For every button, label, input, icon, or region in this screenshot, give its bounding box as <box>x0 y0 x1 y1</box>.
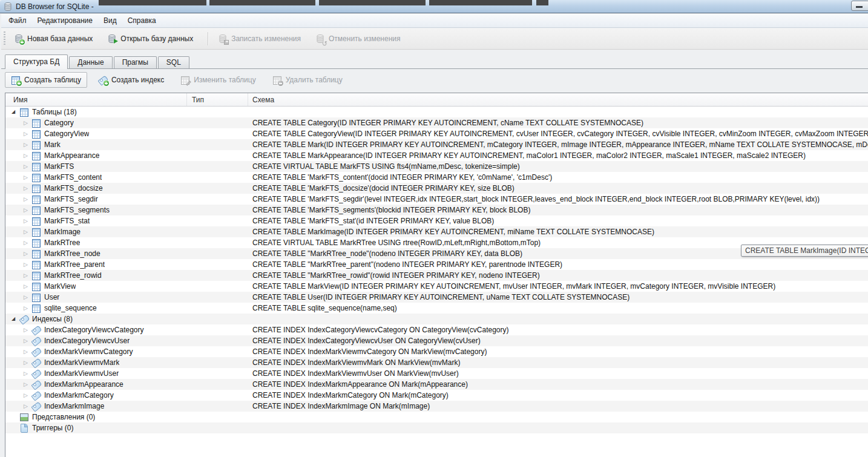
tree-row[interactable]: ▷MarkFTS_segmentsCREATE TABLE 'MarkFTS_s… <box>5 205 868 215</box>
tree-row[interactable]: ▷MarkViewCREATE TABLE MarkView(ID INTEGE… <box>5 281 868 292</box>
create-table-icon <box>11 75 21 85</box>
toolbar-button-label: Записать изменения <box>231 35 301 43</box>
create-index-button[interactable]: Создать индекс <box>93 73 169 87</box>
tree-row[interactable]: Представления (0) <box>5 412 868 422</box>
menu-bar: ФайлРедактированиеВидСправка <box>1 14 868 28</box>
name-cell: IndexCategoryViewcvUser <box>44 335 130 346</box>
tree-row[interactable]: ▷MarkAppearanceCREATE TABLE MarkAppearan… <box>5 150 868 161</box>
delete-table-icon <box>272 75 282 85</box>
menu-item-2[interactable]: Вид <box>98 15 122 27</box>
menu-item-0[interactable]: Файл <box>3 15 32 27</box>
tree-row[interactable]: ▷IndexMarkViewmvUserCREATE INDEX IndexMa… <box>5 368 868 379</box>
name-cell: MarkFTS_docsize <box>44 183 103 194</box>
schema-cell: CREATE TABLE 'MarkFTS_segments'(blockid … <box>248 205 868 215</box>
tree-row[interactable]: ▷MarkFTS_segdirCREATE TABLE 'MarkFTS_seg… <box>5 194 868 205</box>
tree-row[interactable]: ▷IndexMarkmImageCREATE INDEX IndexMarkmI… <box>5 401 868 412</box>
expand-arrow[interactable]: ▷ <box>24 150 28 161</box>
schema-cell: CREATE INDEX IndexMarkViewmvCategory ON … <box>248 346 868 357</box>
schema-cell: CREATE INDEX IndexCategoryViewcvCategory… <box>248 324 868 335</box>
tab-3[interactable]: SQL <box>158 56 189 68</box>
expand-arrow[interactable]: ▷ <box>24 292 28 303</box>
schema-cell: CREATE TABLE MarkImage(ID INTEGER PRIMAR… <box>248 226 868 237</box>
tree-row[interactable]: ▷IndexMarkmCategoryCREATE INDEX IndexMar… <box>5 390 868 401</box>
tree-row[interactable]: ▷MarkFTS_contentCREATE TABLE 'MarkFTS_co… <box>5 172 868 183</box>
tree-row[interactable]: ▷MarkFTS_docsizeCREATE TABLE 'MarkFTS_do… <box>5 183 868 194</box>
tree-row[interactable]: ▷MarkCREATE TABLE Mark(ID INTEGER PRIMAR… <box>5 139 868 150</box>
create-table-button[interactable]: Создать таблицу <box>5 72 87 88</box>
schema-cell: CREATE INDEX IndexMarkmCategory ON Mark(… <box>248 390 868 401</box>
toolbar-button-label: Новая база данных <box>27 35 93 43</box>
expand-arrow[interactable]: ▷ <box>24 346 28 357</box>
tree-row[interactable]: ▷MarkFTS_statCREATE TABLE 'MarkFTS_stat'… <box>5 215 868 226</box>
expand-arrow[interactable]: ▷ <box>24 259 28 270</box>
structure-button-label: Изменить таблицу <box>194 76 255 84</box>
menu-item-1[interactable]: Редактирование <box>32 15 98 27</box>
expand-arrow[interactable]: ▷ <box>24 270 28 281</box>
expand-arrow[interactable]: ▷ <box>24 161 28 172</box>
expand-arrow[interactable]: ◢ <box>12 314 15 324</box>
index-icon <box>31 336 41 346</box>
expand-arrow[interactable]: ▷ <box>24 183 28 194</box>
tree-row[interactable]: ▷sqlite_sequenceCREATE TABLE sqlite_sequ… <box>5 303 868 314</box>
expand-arrow[interactable]: ▷ <box>24 194 28 205</box>
expand-arrow[interactable]: ▷ <box>24 379 28 390</box>
tree-row[interactable]: ▷IndexMarkViewmvCategoryCREATE INDEX Ind… <box>5 346 868 357</box>
app-icon <box>3 2 13 12</box>
index-icon <box>31 347 41 357</box>
expand-arrow[interactable]: ▷ <box>24 215 28 226</box>
toolbar-button-label: Открыть базу данных <box>120 35 193 43</box>
expand-arrow[interactable]: ▷ <box>24 357 28 368</box>
tree-row[interactable]: ◢Индексы (8) <box>5 314 868 324</box>
schema-cell: CREATE TABLE Mark(ID INTEGER PRIMARY KEY… <box>248 139 868 150</box>
tree-row[interactable]: ▷UserCREATE TABLE User(ID INTEGER PRIMAR… <box>5 292 868 303</box>
tree-row[interactable]: Триггеры (0) <box>5 422 868 433</box>
open-database-button[interactable]: Открыть базу данных <box>102 31 198 47</box>
tab-0[interactable]: Структура БД <box>5 54 68 69</box>
expand-arrow[interactable]: ▷ <box>24 335 28 346</box>
name-cell: MarkRTree_node <box>44 248 100 259</box>
tree-row[interactable]: ▷MarkRTree_parentCREATE TABLE "MarkRTree… <box>5 259 868 270</box>
column-header-2[interactable]: Схема <box>248 93 868 106</box>
expand-arrow[interactable]: ▷ <box>24 324 28 335</box>
column-header-1[interactable]: Тип <box>187 93 248 106</box>
toolbar-grip-handle[interactable] <box>4 31 5 46</box>
tree-row[interactable]: ▷IndexMarkmAppearanceCREATE INDEX IndexM… <box>5 379 868 390</box>
tab-1[interactable]: Данные <box>69 56 112 68</box>
expand-arrow[interactable]: ▷ <box>24 237 28 248</box>
main-toolbar: Новая база данныхОткрыть базу данныхЗапи… <box>1 28 868 50</box>
tree-row[interactable]: ▷IndexCategoryViewcvUserCREATE INDEX Ind… <box>5 335 868 346</box>
tooltip: CREATE TABLE MarkImage(ID INTEGER <box>741 245 868 257</box>
tree-row[interactable]: ▷IndexMarkViewmvMarkCREATE INDEX IndexMa… <box>5 357 868 368</box>
tree-row[interactable]: ▷MarkRTree_nodeCREATE TABLE "MarkRTree_n… <box>5 248 868 259</box>
menu-item-3[interactable]: Справка <box>122 15 162 27</box>
expand-arrow[interactable]: ▷ <box>24 128 28 139</box>
structure-button-label: Создать индекс <box>111 76 164 84</box>
expand-arrow[interactable]: ▷ <box>24 205 28 215</box>
expand-arrow[interactable]: ▷ <box>24 281 28 292</box>
expand-arrow[interactable]: ▷ <box>24 390 28 401</box>
expand-arrow[interactable]: ▷ <box>24 368 28 379</box>
tree-row[interactable]: ▷CategoryViewCREATE TABLE CategoryView(I… <box>5 128 868 139</box>
minimize-button[interactable] <box>851 1 868 11</box>
tree-row[interactable]: ▷IndexCategoryViewcvCategoryCREATE INDEX… <box>5 324 868 335</box>
expand-arrow[interactable]: ▷ <box>24 117 28 128</box>
expand-arrow[interactable]: ▷ <box>24 172 28 183</box>
tab-2[interactable]: Прагмы <box>114 56 157 68</box>
tree-row[interactable]: ◢Таблицы (18) <box>5 107 868 117</box>
expand-arrow[interactable]: ◢ <box>12 107 15 117</box>
expand-arrow[interactable]: ▷ <box>24 248 28 259</box>
table-icon <box>31 205 41 215</box>
tree-row[interactable]: ▷CategoryCREATE TABLE Category(ID INTEGE… <box>5 117 868 128</box>
name-cell: sqlite_sequence <box>44 303 97 314</box>
expand-arrow[interactable]: ▷ <box>24 401 28 412</box>
column-header-0[interactable]: Имя <box>5 93 187 106</box>
expand-arrow[interactable]: ▷ <box>24 226 28 237</box>
tree-row[interactable]: ▷MarkRTree_rowidCREATE TABLE "MarkRTree_… <box>5 270 868 281</box>
tree-row[interactable]: ▷MarkImageCREATE TABLE MarkImage(ID INTE… <box>5 226 868 237</box>
expand-arrow[interactable]: ▷ <box>24 139 28 150</box>
tree-row[interactable]: ▷MarkFTSCREATE VIRTUAL TABLE MarkFTS USI… <box>5 161 868 172</box>
expand-arrow[interactable]: ▷ <box>24 303 28 314</box>
index-icon <box>31 369 41 378</box>
tree-row[interactable]: ▷MarkRTreeCREATE VIRTUAL TABLE MarkRTree… <box>5 237 868 248</box>
new-database-button[interactable]: Новая база данных <box>9 31 97 47</box>
